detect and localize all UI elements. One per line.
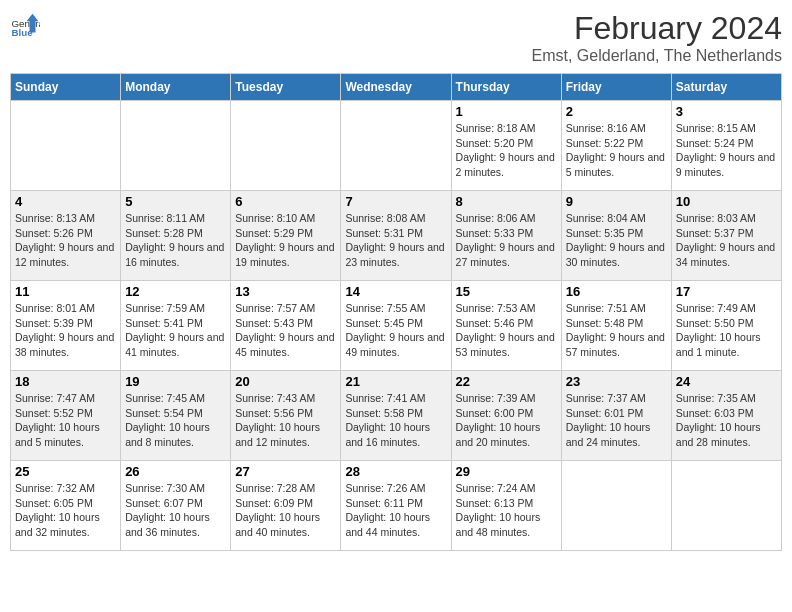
day-info: Sunrise: 7:51 AMSunset: 5:48 PMDaylight:…	[566, 301, 667, 360]
calendar-cell: 18Sunrise: 7:47 AMSunset: 5:52 PMDayligh…	[11, 371, 121, 461]
day-number: 15	[456, 284, 557, 299]
calendar-cell: 11Sunrise: 8:01 AMSunset: 5:39 PMDayligh…	[11, 281, 121, 371]
calendar-cell: 4Sunrise: 8:13 AMSunset: 5:26 PMDaylight…	[11, 191, 121, 281]
calendar-cell: 21Sunrise: 7:41 AMSunset: 5:58 PMDayligh…	[341, 371, 451, 461]
day-number: 9	[566, 194, 667, 209]
calendar-cell: 8Sunrise: 8:06 AMSunset: 5:33 PMDaylight…	[451, 191, 561, 281]
calendar-cell: 10Sunrise: 8:03 AMSunset: 5:37 PMDayligh…	[671, 191, 781, 281]
logo-icon: General Blue	[10, 10, 40, 40]
day-number: 27	[235, 464, 336, 479]
day-info: Sunrise: 7:55 AMSunset: 5:45 PMDaylight:…	[345, 301, 446, 360]
day-info: Sunrise: 7:49 AMSunset: 5:50 PMDaylight:…	[676, 301, 777, 360]
calendar-cell	[561, 461, 671, 551]
calendar-week-row: 18Sunrise: 7:47 AMSunset: 5:52 PMDayligh…	[11, 371, 782, 461]
calendar-cell: 5Sunrise: 8:11 AMSunset: 5:28 PMDaylight…	[121, 191, 231, 281]
calendar-cell: 16Sunrise: 7:51 AMSunset: 5:48 PMDayligh…	[561, 281, 671, 371]
day-number: 25	[15, 464, 116, 479]
day-number: 4	[15, 194, 116, 209]
calendar-cell: 25Sunrise: 7:32 AMSunset: 6:05 PMDayligh…	[11, 461, 121, 551]
day-info: Sunrise: 8:15 AMSunset: 5:24 PMDaylight:…	[676, 121, 777, 180]
calendar-cell: 7Sunrise: 8:08 AMSunset: 5:31 PMDaylight…	[341, 191, 451, 281]
calendar-cell: 29Sunrise: 7:24 AMSunset: 6:13 PMDayligh…	[451, 461, 561, 551]
calendar-cell: 13Sunrise: 7:57 AMSunset: 5:43 PMDayligh…	[231, 281, 341, 371]
day-info: Sunrise: 8:16 AMSunset: 5:22 PMDaylight:…	[566, 121, 667, 180]
calendar-cell: 20Sunrise: 7:43 AMSunset: 5:56 PMDayligh…	[231, 371, 341, 461]
day-number: 2	[566, 104, 667, 119]
calendar-cell: 6Sunrise: 8:10 AMSunset: 5:29 PMDaylight…	[231, 191, 341, 281]
calendar-cell: 24Sunrise: 7:35 AMSunset: 6:03 PMDayligh…	[671, 371, 781, 461]
calendar-cell: 2Sunrise: 8:16 AMSunset: 5:22 PMDaylight…	[561, 101, 671, 191]
day-number: 3	[676, 104, 777, 119]
day-info: Sunrise: 8:08 AMSunset: 5:31 PMDaylight:…	[345, 211, 446, 270]
calendar-week-row: 4Sunrise: 8:13 AMSunset: 5:26 PMDaylight…	[11, 191, 782, 281]
calendar-cell: 19Sunrise: 7:45 AMSunset: 5:54 PMDayligh…	[121, 371, 231, 461]
day-number: 11	[15, 284, 116, 299]
calendar-week-row: 1Sunrise: 8:18 AMSunset: 5:20 PMDaylight…	[11, 101, 782, 191]
day-info: Sunrise: 7:24 AMSunset: 6:13 PMDaylight:…	[456, 481, 557, 540]
calendar-cell: 26Sunrise: 7:30 AMSunset: 6:07 PMDayligh…	[121, 461, 231, 551]
day-number: 23	[566, 374, 667, 389]
calendar-cell	[341, 101, 451, 191]
day-info: Sunrise: 7:57 AMSunset: 5:43 PMDaylight:…	[235, 301, 336, 360]
calendar-cell: 17Sunrise: 7:49 AMSunset: 5:50 PMDayligh…	[671, 281, 781, 371]
header: General Blue February 2024 Emst, Gelderl…	[10, 10, 782, 65]
calendar-cell: 22Sunrise: 7:39 AMSunset: 6:00 PMDayligh…	[451, 371, 561, 461]
calendar-header-row: SundayMondayTuesdayWednesdayThursdayFrid…	[11, 74, 782, 101]
day-info: Sunrise: 7:26 AMSunset: 6:11 PMDaylight:…	[345, 481, 446, 540]
day-info: Sunrise: 8:11 AMSunset: 5:28 PMDaylight:…	[125, 211, 226, 270]
day-number: 14	[345, 284, 446, 299]
calendar-cell: 3Sunrise: 8:15 AMSunset: 5:24 PMDaylight…	[671, 101, 781, 191]
day-number: 29	[456, 464, 557, 479]
day-number: 19	[125, 374, 226, 389]
day-info: Sunrise: 7:28 AMSunset: 6:09 PMDaylight:…	[235, 481, 336, 540]
calendar-cell: 14Sunrise: 7:55 AMSunset: 5:45 PMDayligh…	[341, 281, 451, 371]
day-info: Sunrise: 7:47 AMSunset: 5:52 PMDaylight:…	[15, 391, 116, 450]
calendar-week-row: 11Sunrise: 8:01 AMSunset: 5:39 PMDayligh…	[11, 281, 782, 371]
title-area: February 2024 Emst, Gelderland, The Neth…	[532, 10, 783, 65]
day-info: Sunrise: 7:53 AMSunset: 5:46 PMDaylight:…	[456, 301, 557, 360]
day-info: Sunrise: 7:30 AMSunset: 6:07 PMDaylight:…	[125, 481, 226, 540]
day-number: 18	[15, 374, 116, 389]
calendar-cell	[671, 461, 781, 551]
day-info: Sunrise: 7:35 AMSunset: 6:03 PMDaylight:…	[676, 391, 777, 450]
day-info: Sunrise: 7:39 AMSunset: 6:00 PMDaylight:…	[456, 391, 557, 450]
logo: General Blue	[10, 10, 40, 40]
day-info: Sunrise: 8:13 AMSunset: 5:26 PMDaylight:…	[15, 211, 116, 270]
day-info: Sunrise: 7:59 AMSunset: 5:41 PMDaylight:…	[125, 301, 226, 360]
calendar-cell: 23Sunrise: 7:37 AMSunset: 6:01 PMDayligh…	[561, 371, 671, 461]
day-number: 12	[125, 284, 226, 299]
day-number: 5	[125, 194, 226, 209]
day-info: Sunrise: 8:06 AMSunset: 5:33 PMDaylight:…	[456, 211, 557, 270]
day-info: Sunrise: 7:45 AMSunset: 5:54 PMDaylight:…	[125, 391, 226, 450]
day-info: Sunrise: 8:10 AMSunset: 5:29 PMDaylight:…	[235, 211, 336, 270]
day-info: Sunrise: 7:41 AMSunset: 5:58 PMDaylight:…	[345, 391, 446, 450]
calendar: SundayMondayTuesdayWednesdayThursdayFrid…	[10, 73, 782, 551]
day-number: 28	[345, 464, 446, 479]
day-header-tuesday: Tuesday	[231, 74, 341, 101]
day-number: 24	[676, 374, 777, 389]
day-number: 1	[456, 104, 557, 119]
day-header-wednesday: Wednesday	[341, 74, 451, 101]
day-info: Sunrise: 8:03 AMSunset: 5:37 PMDaylight:…	[676, 211, 777, 270]
day-number: 17	[676, 284, 777, 299]
day-info: Sunrise: 7:37 AMSunset: 6:01 PMDaylight:…	[566, 391, 667, 450]
day-header-friday: Friday	[561, 74, 671, 101]
day-number: 21	[345, 374, 446, 389]
day-number: 13	[235, 284, 336, 299]
day-number: 22	[456, 374, 557, 389]
calendar-cell	[231, 101, 341, 191]
calendar-cell: 15Sunrise: 7:53 AMSunset: 5:46 PMDayligh…	[451, 281, 561, 371]
day-number: 16	[566, 284, 667, 299]
calendar-cell: 1Sunrise: 8:18 AMSunset: 5:20 PMDaylight…	[451, 101, 561, 191]
day-header-monday: Monday	[121, 74, 231, 101]
day-info: Sunrise: 8:04 AMSunset: 5:35 PMDaylight:…	[566, 211, 667, 270]
calendar-cell: 12Sunrise: 7:59 AMSunset: 5:41 PMDayligh…	[121, 281, 231, 371]
calendar-cell: 9Sunrise: 8:04 AMSunset: 5:35 PMDaylight…	[561, 191, 671, 281]
day-number: 10	[676, 194, 777, 209]
calendar-cell	[121, 101, 231, 191]
day-number: 8	[456, 194, 557, 209]
calendar-cell: 27Sunrise: 7:28 AMSunset: 6:09 PMDayligh…	[231, 461, 341, 551]
day-number: 6	[235, 194, 336, 209]
day-info: Sunrise: 7:32 AMSunset: 6:05 PMDaylight:…	[15, 481, 116, 540]
day-info: Sunrise: 7:43 AMSunset: 5:56 PMDaylight:…	[235, 391, 336, 450]
